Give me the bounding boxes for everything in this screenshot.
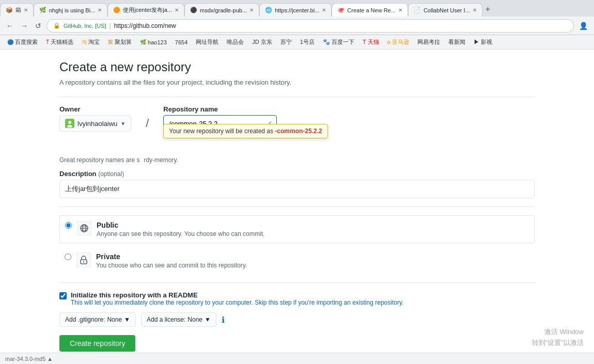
private-option[interactable]: Private You choose who can see and commi… [59, 247, 535, 274]
tab-2[interactable]: 🌿 nhghj is using Bi... ✕ [34, 3, 107, 17]
page-content: Create a new repository A repository con… [0, 50, 594, 364]
addon-row: Add .gitignore: None ▼ Add a license: No… [59, 312, 535, 327]
windows-watermark-line2: 转到"设置"以激活 [532, 338, 584, 349]
public-globe-icon [77, 221, 91, 235]
bookmark-taobao-label: 淘宝 [88, 38, 100, 46]
new-tab-button[interactable]: + [482, 5, 493, 14]
bookmark-vip[interactable]: 唯品会 [224, 37, 247, 47]
profile-button[interactable]: 👤 [577, 21, 590, 31]
tooltip-highlight: -common-25.2.2 [275, 128, 322, 135]
create-repository-button[interactable]: Create repository [59, 335, 135, 352]
bookmark-hao123[interactable]: 🌿 hao123 [137, 38, 170, 46]
tab-7-favicon: 📄 [414, 7, 421, 14]
description-label: Description (optional) [59, 170, 535, 178]
hint-row: Great repository names are s rdy-memory. [59, 156, 535, 164]
tab-7[interactable]: 📄 CollabNet User I... ✕ [408, 3, 482, 17]
info-icon[interactable]: ℹ [222, 315, 225, 325]
bookmark-jd[interactable]: JD 京东 [249, 37, 275, 47]
bookmark-juhua[interactable]: 聚 聚划算 [105, 37, 135, 47]
bookmark-nav-label: 网址导航 [196, 38, 218, 46]
gitignore-arrow: ▼ [124, 316, 130, 323]
owner-dropdown-arrow: ▼ [120, 121, 126, 126]
bookmark-1hao-label: 1号店 [300, 38, 315, 46]
private-radio[interactable] [65, 254, 71, 260]
owner-group: Owner lvyinhaolaiwu ▼ [59, 105, 131, 132]
slash-divider: / [144, 115, 151, 132]
tab-3[interactable]: 🟠 使用jcenter发布ja... ✕ [107, 3, 184, 17]
tab-4-close[interactable]: ✕ [249, 7, 254, 13]
tab-2-title: nhghj is using Bi... [49, 7, 95, 13]
tab-3-close[interactable]: ✕ [175, 7, 179, 13]
tab-1-close[interactable]: ✕ [24, 7, 28, 13]
page-title: Create a new repository [59, 60, 535, 74]
bookmark-amazon[interactable]: a 亚马逊 [384, 37, 412, 47]
bookmark-suning[interactable]: 苏宁 [277, 37, 295, 47]
readme-checkbox[interactable] [59, 292, 67, 299]
bookmarks-bar: 🔵 百度搜索 T 天猫精选 淘 淘宝 聚 聚划算 🌿 hao123 7654 网… [0, 35, 594, 50]
refresh-button[interactable]: ↺ [33, 21, 43, 31]
tab-5[interactable]: 🌐 https://jcenter.bi... ✕ [259, 3, 332, 17]
secure-text: GitHub, Inc. [US] [64, 23, 106, 29]
bookmark-baidusearch[interactable]: 🔵 百度搜索 [4, 37, 41, 47]
bookmark-1hao[interactable]: 1号店 [297, 37, 318, 47]
bookmark-taobao[interactable]: 淘 淘宝 [79, 37, 103, 47]
description-optional: (optional) [98, 170, 124, 178]
tab-6-close[interactable]: ✕ [398, 7, 402, 13]
bookmark-video-label: ▶ 影视 [474, 38, 492, 46]
bookmark-7654-label: 7654 [175, 39, 187, 45]
bookmark-video[interactable]: ▶ 影视 [471, 37, 495, 47]
bookmark-baidu1[interactable]: 🐾 百度一下 [320, 37, 357, 47]
tooltip-text: Your new repository will be created as [169, 128, 275, 135]
bookmark-tianmao2[interactable]: T 天猫 [359, 37, 382, 47]
status-text: mar-34.3.0-md5 ▲ [5, 356, 53, 362]
main-container: Create a new repository A repository con… [49, 60, 545, 352]
bookmark-netease[interactable]: 网易考拉 [414, 37, 443, 47]
gitignore-select[interactable]: Add .gitignore: None ▼ [59, 312, 136, 327]
description-input[interactable] [59, 180, 535, 198]
bookmark-7654[interactable]: 7654 [172, 38, 191, 46]
owner-select[interactable]: lvyinhaolaiwu ▼ [59, 115, 131, 132]
repo-name-group: Repository name ✓ Your new repository wi… [163, 105, 277, 132]
tab-4[interactable]: ⚫ msdx/gradle-pub... ✕ [184, 3, 259, 17]
tab-7-close[interactable]: ✕ [473, 7, 477, 13]
private-label: Private [96, 252, 247, 261]
public-radio[interactable] [65, 222, 72, 229]
owner-avatar-icon [66, 119, 74, 128]
svg-point-1 [68, 121, 71, 124]
bookmark-baidu1-label: 🐾 百度一下 [323, 38, 354, 46]
readme-label: Initialize this repository with a README [71, 291, 403, 299]
description-group: Description (optional) [59, 170, 535, 198]
readme-desc: This will let you immediately clone the … [71, 299, 403, 306]
readme-content: Initialize this repository with a README… [71, 291, 403, 306]
bookmark-tianmao[interactable]: T 天猫精选 [43, 37, 76, 47]
slash-container: / [144, 105, 151, 132]
section-divider-1 [59, 207, 535, 207]
top-divider [59, 97, 535, 97]
back-button[interactable]: ← [4, 21, 15, 31]
tab-4-title: msdx/gradle-pub... [200, 7, 247, 13]
tab-6-favicon: 🐙 [337, 7, 345, 14]
windows-watermark: 激活 Window 转到"设置"以激活 [532, 327, 584, 349]
address-url: https://github.com/new [114, 22, 176, 29]
bookmark-baidusearch-label: 百度搜索 [15, 38, 38, 46]
hint-text-start: Great repository names are s [59, 156, 139, 164]
address-bar[interactable]: 🔒 GitHub, Inc. [US] | https://github.com… [46, 19, 574, 33]
bookmark-nav[interactable]: 网址导航 [193, 37, 222, 47]
tab-2-close[interactable]: ✕ [98, 7, 102, 13]
tab-6[interactable]: 🐙 Create a New Re... ✕ [332, 3, 408, 17]
tab-5-close[interactable]: ✕ [322, 7, 326, 13]
license-select[interactable]: Add a license: None ▼ [141, 312, 216, 327]
repo-name-tooltip: Your new repository will be created as -… [163, 124, 327, 138]
tab-1-title: 箱 [15, 6, 21, 14]
tab-1[interactable]: 📦 箱 ✕ [0, 3, 34, 17]
readme-row: Initialize this repository with a README… [59, 291, 535, 306]
bookmark-news[interactable]: 看新闻 [445, 37, 468, 47]
bookmark-netease-label: 网易考拉 [417, 38, 440, 46]
license-arrow: ▼ [205, 316, 211, 323]
tab-3-favicon: 🟠 [113, 7, 120, 14]
forward-button[interactable]: → [19, 21, 30, 31]
public-option[interactable]: Public Anyone can see this repository. Y… [59, 215, 535, 243]
bookmark-hao123-icon: 🌿 [140, 39, 146, 45]
windows-watermark-line1: 激活 Window [532, 327, 584, 338]
bookmark-amazon-label: a 亚马逊 [387, 38, 409, 46]
